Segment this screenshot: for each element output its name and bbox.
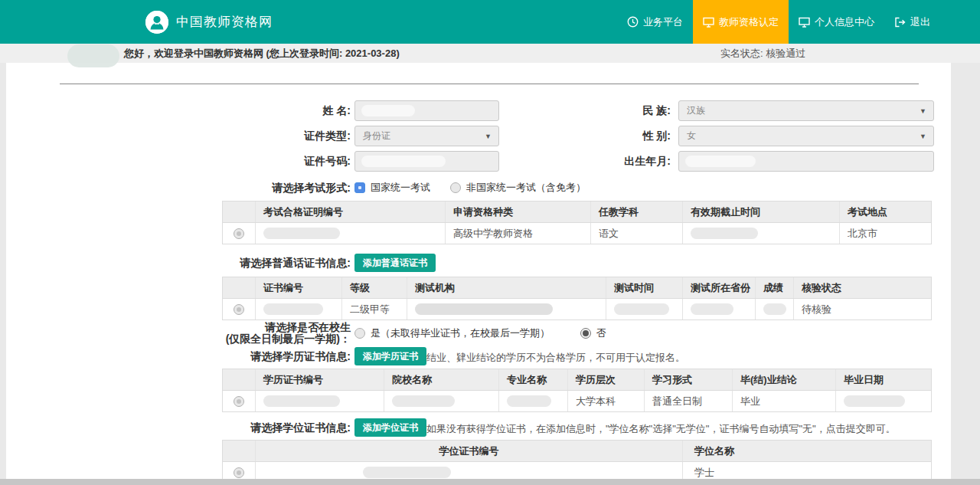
col-qualification-type: 申请资格种类 — [445, 202, 590, 222]
nav-item-logout[interactable]: 退出 — [884, 0, 940, 44]
monitor-icon — [799, 17, 810, 28]
ethnicity-label: 民 族: — [605, 100, 671, 121]
radio-non-national-exam[interactable] — [450, 182, 461, 193]
radio-student-yes[interactable] — [354, 328, 365, 339]
welcome-bar: 您好，欢迎登录中国教师资格网 (您上次登录时间: 2021-03-28) 实名状… — [0, 44, 980, 63]
col-education-cert-number: 学历证书编号 — [255, 369, 384, 390]
nav-item-teacher-certification[interactable]: 教师资格认定 — [693, 0, 789, 44]
col-degree-cert-number: 学位证书编号 — [255, 441, 682, 461]
nav-label: 退出 — [910, 15, 930, 29]
gender-value: 女 — [679, 129, 696, 143]
id-type-value: 身份证 — [355, 129, 390, 143]
gender-select[interactable]: 女 ▼ — [678, 126, 934, 146]
redacted-value — [392, 395, 455, 407]
col-graduation-date: 毕业日期 — [835, 369, 933, 390]
avatar-logo-icon — [145, 11, 168, 34]
student-status-label-line1: 请选择是否在校生 — [265, 321, 351, 333]
clock-icon — [627, 16, 639, 28]
exam-table: 考试合格证明编号 申请资格种类 任教学科 有效期截止时间 考试地点 高级中学教师… — [222, 201, 932, 244]
brand-title: 中国教师资格网 — [176, 13, 273, 31]
welcome-message: 您好，欢迎登录中国教师资格网 (您上次登录时间: 2021-03-28) — [124, 44, 400, 63]
col-test-province: 测试所在省份 — [682, 277, 755, 298]
id-type-select[interactable]: 身份证 ▼ — [354, 126, 499, 146]
col-graduation-conclusion: 毕(结)业结论 — [732, 369, 835, 390]
radio-national-exam[interactable] — [354, 182, 365, 193]
row-select-radio[interactable] — [234, 396, 244, 407]
realname-status: 实名状态: 核验通过 — [720, 44, 805, 63]
redacted-value — [763, 303, 786, 315]
col-study-form: 学习形式 — [644, 369, 732, 390]
birth-date-field[interactable] — [678, 151, 934, 172]
radio-national-exam-label: 国家统一考试 — [371, 181, 430, 195]
table-row: 大学本科 普通全日制 毕业 — [223, 391, 931, 411]
row-select-radio[interactable] — [234, 228, 244, 239]
add-putonghua-cert-button[interactable]: 添加普通话证书 — [354, 254, 436, 272]
redacted-value — [691, 303, 733, 315]
row-select-radio[interactable] — [234, 467, 244, 478]
education-table-header: 学历证书编号 院校名称 专业名称 学历层次 学习形式 毕(结)业结论 毕业日期 — [223, 369, 931, 391]
row-select-radio[interactable] — [234, 304, 244, 315]
table-row: 高级中学教师资格 语文 北京市 — [223, 223, 931, 244]
putonghua-table-header: 证书编号 等级 测试机构 测试时间 测试所在省份 成绩 核验状态 — [223, 277, 931, 299]
nav-label: 教师资格认定 — [719, 15, 779, 29]
subject-value: 语文 — [590, 223, 682, 244]
col-exam-cert-number: 考试合格证明编号 — [255, 202, 445, 222]
gender-label: 性 别: — [605, 126, 671, 146]
ethnicity-value: 汉族 — [679, 104, 705, 117]
col-education-level: 学历层次 — [567, 369, 644, 390]
redacted-value — [691, 228, 758, 239]
birth-date-label: 出生年月: — [605, 151, 671, 172]
name-label: 姓 名: — [230, 100, 351, 121]
student-status-label: 请选择是否在校生 (仅限全日制最后一学期)： — [184, 322, 351, 345]
redacted-value — [263, 228, 340, 239]
nav-label: 业务平台 — [643, 15, 683, 29]
add-education-cert-button[interactable]: 添加学历证书 — [354, 347, 426, 365]
add-degree-cert-button[interactable]: 添加学位证书 — [354, 418, 426, 437]
col-check-status: 核验状态 — [793, 277, 933, 298]
col-test-time: 测试时间 — [606, 277, 682, 298]
education-note: 结业、肄业结论的学历不为合格学历，不可用于认定报名。 — [426, 351, 685, 365]
level-value: 二级甲等 — [341, 299, 407, 320]
location-value: 北京市 — [839, 223, 933, 244]
redacted-value — [361, 105, 415, 116]
horizontal-scrollbar[interactable] — [0, 479, 980, 485]
redacted-value — [361, 156, 446, 167]
education-section-label: 请选择学历证书信息: — [199, 347, 351, 365]
redacted-value — [263, 395, 340, 407]
redacted-value — [415, 303, 553, 315]
education-table: 学历证书编号 院校名称 专业名称 学历层次 学习形式 毕(结)业结论 毕业日期 … — [222, 369, 932, 412]
id-type-label: 证件类型: — [230, 126, 351, 146]
radio-student-yes-label: 是（未取得毕业证书，在校最后一学期） — [371, 326, 550, 340]
redacted-value — [363, 467, 451, 478]
conclusion-value: 毕业 — [732, 391, 835, 411]
degree-note: 如果没有获得学位证书，在添加信息时，"学位名称"选择"无学位"，证书编号自动填写… — [426, 422, 896, 436]
redacted-value — [614, 303, 669, 315]
col-level: 等级 — [341, 277, 407, 298]
nav-item-business-platform[interactable]: 业务平台 — [617, 0, 693, 44]
chevron-down-icon: ▼ — [920, 133, 926, 140]
education-level-value: 大学本科 — [567, 391, 644, 411]
page: 中国教师资格网 业务平台 教师资格认定 个人信息中心 — [0, 0, 980, 485]
radio-student-no[interactable] — [580, 328, 591, 339]
logout-icon — [894, 17, 906, 28]
col-validity-deadline: 有效期截止时间 — [682, 202, 839, 222]
name-field[interactable] — [354, 100, 499, 121]
ethnicity-select[interactable]: 汉族 ▼ — [678, 100, 934, 121]
degree-table: 学位证书编号 学位名称 学士 — [222, 440, 932, 483]
redacted-value — [844, 395, 905, 407]
col-school-name: 院校名称 — [384, 369, 498, 390]
radio-non-national-exam-label: 非国家统一考试（含免考） — [466, 181, 586, 195]
col-cert-number: 证书编号 — [255, 277, 341, 298]
table-row: 二级甲等 待核验 — [223, 299, 931, 320]
id-number-label: 证件号码: — [230, 151, 351, 172]
study-form-value: 普通全日制 — [644, 391, 732, 411]
nav-item-personal-center[interactable]: 个人信息中心 — [789, 0, 884, 44]
putonghua-table: 证书编号 等级 测试机构 测试时间 测试所在省份 成绩 核验状态 二级甲等 待核… — [222, 277, 932, 320]
check-status-value: 待核验 — [793, 299, 933, 320]
redacted-value — [507, 395, 551, 407]
redacted-username-blob — [67, 44, 119, 67]
qualification-type-value: 高级中学教师资格 — [445, 223, 590, 244]
id-number-field[interactable] — [354, 151, 499, 172]
col-exam-location: 考试地点 — [839, 202, 933, 222]
monitor-icon — [703, 17, 714, 28]
